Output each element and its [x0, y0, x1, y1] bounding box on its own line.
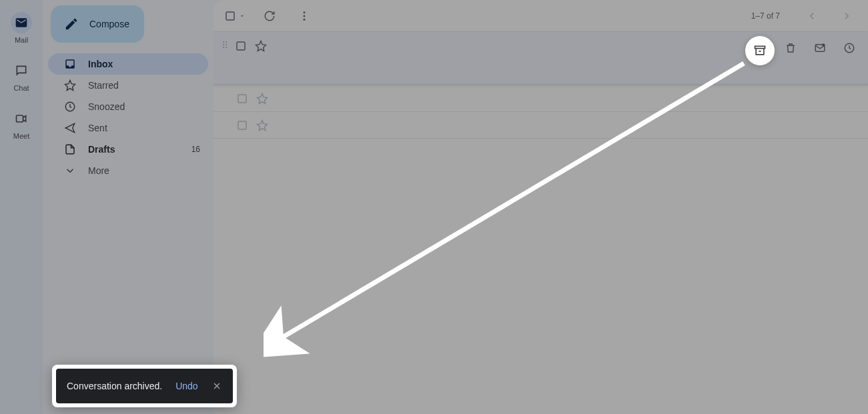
- row-checkbox[interactable]: [236, 93, 248, 105]
- compose-button[interactable]: Compose: [51, 5, 144, 43]
- svg-rect-0: [17, 115, 23, 122]
- row-snooze-button[interactable]: [839, 37, 860, 59]
- chevron-right-icon: [841, 10, 853, 22]
- archive-icon: [753, 44, 767, 57]
- inbox-icon: [64, 58, 76, 70]
- drag-handle-icon[interactable]: ⠿: [222, 40, 227, 51]
- svg-rect-11: [238, 95, 246, 103]
- dropdown-caret-icon: [239, 13, 246, 19]
- apprail-mail-label: Mail: [15, 36, 28, 44]
- more-vert-icon: [298, 10, 310, 22]
- sidebar-sent-label: Sent: [88, 123, 200, 133]
- toast-close-button[interactable]: [211, 381, 222, 391]
- row-checkbox[interactable]: [235, 40, 247, 52]
- sidebar-more-label: More: [88, 165, 200, 176]
- chevron-down-icon: [64, 165, 76, 177]
- app-rail: Mail Chat Meet: [0, 0, 43, 414]
- row-star-icon[interactable]: [255, 40, 267, 52]
- draft-icon: [64, 143, 76, 155]
- toast: Conversation archived. Undo: [56, 369, 233, 403]
- compose-label: Compose: [89, 19, 129, 29]
- apprail-chat[interactable]: Chat: [11, 60, 32, 92]
- svg-rect-12: [238, 121, 246, 129]
- chevron-left-icon: [806, 10, 818, 22]
- sidebar-item-starred[interactable]: Starred: [48, 75, 208, 96]
- svg-rect-6: [237, 42, 245, 50]
- page-count: 1–7 of 7: [751, 11, 780, 21]
- checkbox-icon: [224, 10, 236, 22]
- mark-unread-icon: [814, 42, 826, 54]
- next-page-button[interactable]: [836, 5, 857, 27]
- toolbar: 1–7 of 7: [213, 0, 868, 32]
- mail-icon: [11, 12, 32, 33]
- svg-point-4: [304, 15, 306, 17]
- sidebar-inbox-label: Inbox: [88, 59, 200, 69]
- mail-row[interactable]: [213, 85, 868, 112]
- more-actions-button[interactable]: [294, 5, 315, 27]
- main-panel: 1–7 of 7 ⠿: [213, 0, 868, 414]
- highlight-circle: [745, 36, 775, 65]
- close-icon: [211, 381, 222, 391]
- sidebar-item-inbox[interactable]: Inbox: [48, 53, 208, 75]
- sidebar-item-more[interactable]: More: [48, 160, 208, 181]
- toast-container: Conversation archived. Undo: [52, 365, 237, 407]
- sidebar-drafts-count: 16: [191, 145, 200, 154]
- send-icon: [64, 122, 76, 134]
- svg-point-5: [304, 18, 306, 20]
- row-markunread-button[interactable]: [809, 37, 831, 59]
- svg-rect-13: [755, 46, 765, 48]
- sidebar-item-snoozed[interactable]: Snoozed: [48, 96, 208, 117]
- row-star-icon[interactable]: [256, 93, 268, 105]
- svg-point-9: [822, 43, 825, 47]
- svg-rect-2: [226, 12, 234, 20]
- refresh-button[interactable]: [259, 5, 280, 27]
- apprail-mail[interactable]: Mail: [11, 12, 32, 44]
- apprail-meet-label: Meet: [13, 132, 29, 140]
- sidebar-item-drafts[interactable]: Drafts 16: [48, 139, 208, 160]
- sidebar-snoozed-label: Snoozed: [88, 101, 200, 112]
- star-icon: [64, 79, 76, 91]
- toast-message: Conversation archived.: [67, 381, 162, 391]
- mail-row[interactable]: [213, 112, 868, 139]
- meet-icon: [11, 108, 32, 129]
- pencil-icon: [64, 17, 79, 31]
- trash-icon: [785, 42, 797, 54]
- clock-icon: [843, 42, 855, 54]
- select-all-dropdown[interactable]: [224, 10, 246, 22]
- apprail-chat-label: Chat: [13, 84, 29, 92]
- sidebar: Compose Inbox Starred Snoozed Sent Draft…: [43, 0, 213, 414]
- clock-icon: [64, 101, 76, 113]
- apprail-meet[interactable]: Meet: [11, 108, 32, 140]
- sidebar-drafts-label: Drafts: [88, 144, 179, 155]
- prev-page-button[interactable]: [801, 5, 823, 27]
- refresh-icon: [264, 10, 276, 22]
- svg-point-3: [304, 11, 306, 13]
- sidebar-starred-label: Starred: [88, 80, 200, 91]
- row-checkbox[interactable]: [236, 119, 248, 131]
- toast-undo-button[interactable]: Undo: [175, 381, 197, 391]
- row-delete-button[interactable]: [780, 37, 801, 59]
- row-star-icon[interactable]: [256, 119, 268, 131]
- sidebar-item-sent[interactable]: Sent: [48, 117, 208, 139]
- chat-icon: [11, 60, 32, 81]
